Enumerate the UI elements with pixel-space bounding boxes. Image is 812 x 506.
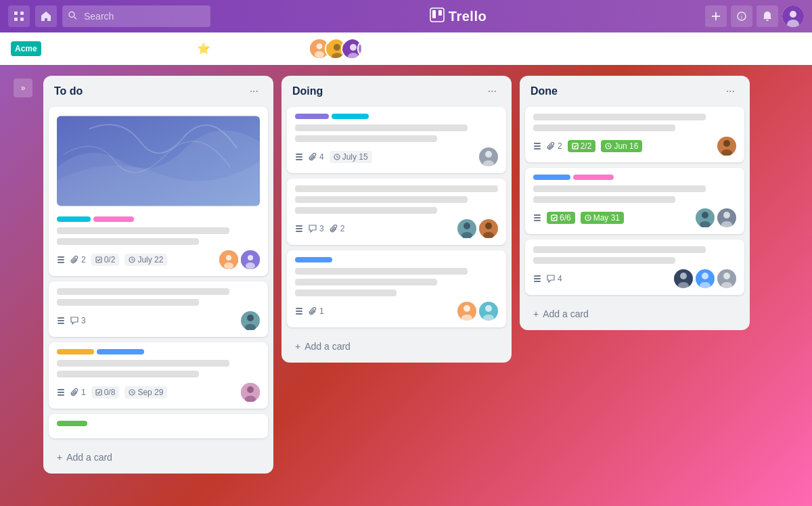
svg-rect-1: [20, 12, 24, 15]
column-header-done: Done ···: [520, 76, 750, 104]
card-meta-list8: [533, 142, 541, 150]
add-card-done[interactable]: + Add a card: [525, 303, 744, 325]
card-avatars-8: [717, 137, 736, 156]
card-text-4: [57, 299, 199, 306]
svg-rect-80: [534, 145, 541, 147]
card-meta-list5: [295, 153, 303, 161]
svg-point-35: [226, 255, 231, 260]
card-todo-2[interactable]: 3: [49, 281, 268, 337]
invite-btn[interactable]: Invite: [384, 39, 423, 58]
svg-point-105: [702, 273, 708, 279]
sub-nav: Acme Project Team Spirit ⭐ Acme, Inc. +1…: [0, 32, 812, 65]
svg-rect-63: [296, 231, 302, 232]
svg-rect-0: [14, 12, 18, 15]
svg-rect-72: [296, 313, 302, 315]
user-avatar[interactable]: [782, 5, 804, 27]
svg-rect-40: [58, 317, 64, 319]
card-meta-list6: [295, 225, 303, 233]
card-todo-4[interactable]: [49, 414, 268, 438]
plus-members-badge[interactable]: +12: [357, 38, 379, 60]
avatar-teal-7: [479, 302, 498, 321]
add-btn[interactable]: [705, 5, 727, 27]
list-icon10: [533, 275, 541, 283]
card-text-5: [57, 360, 229, 367]
column-title-doing: Doing: [292, 85, 323, 97]
card-avatars-2: [241, 311, 260, 330]
avatar-pink-3: [241, 383, 260, 402]
svg-point-68: [485, 223, 492, 229]
plus-icon-done: +: [533, 308, 539, 319]
card-meta-attach3: 1: [70, 388, 86, 397]
avatar-gray-10: [717, 269, 736, 288]
svg-rect-18: [51, 51, 59, 52]
card-labels-4: [57, 421, 260, 426]
search-input[interactable]: [62, 5, 210, 27]
star-btn[interactable]: ⭐: [194, 39, 213, 58]
home-icon-btn[interactable]: [35, 5, 57, 27]
list-icon: [57, 256, 65, 264]
svg-rect-61: [296, 225, 302, 227]
more-options-btn[interactable]: ···: [780, 39, 801, 58]
date-text-3: Sep 29: [137, 388, 163, 397]
label-blue-7: [295, 257, 332, 262]
card-avatars-6: [457, 219, 498, 238]
card-todo-1[interactable]: 2 0/2 July 22: [49, 107, 268, 276]
card-todo-3[interactable]: 1 0/8 Sep 29: [49, 342, 268, 409]
add-card-todo[interactable]: + Add a card: [49, 446, 268, 468]
date-badge-9: May 31: [581, 212, 624, 224]
sidebar-toggle-btn[interactable]: »: [14, 78, 32, 97]
svg-rect-48: [58, 394, 64, 396]
check-icon3: [95, 389, 102, 396]
column-menu-todo[interactable]: ···: [246, 84, 263, 99]
checklist-count: 0/2: [104, 255, 116, 264]
card-labels-1: [57, 216, 260, 222]
card-footer-8: 2 2/2 Jun 16: [533, 137, 736, 156]
grid-icon-btn[interactable]: [8, 5, 30, 27]
add-card-doing[interactable]: + Add a card: [287, 336, 506, 357]
card-text-16: [533, 124, 675, 131]
date-text-9: May 31: [593, 213, 620, 223]
card-text-18: [533, 196, 675, 203]
comment-count6: 3: [319, 224, 324, 233]
svg-rect-79: [534, 143, 541, 144]
plus-icon-todo: +: [57, 452, 62, 463]
search-wrapper: [62, 5, 211, 27]
card-text-2: [57, 238, 199, 245]
clock-icon9: [585, 214, 591, 221]
card-text-10: [295, 196, 468, 203]
column-doing: Doing ··· 4: [281, 76, 512, 363]
svg-rect-56: [296, 159, 302, 160]
board-menu-btn[interactable]: [47, 41, 63, 57]
attach-count8: 2: [558, 141, 562, 151]
list-icon8: [533, 142, 541, 150]
info-btn[interactable]: i: [731, 5, 752, 27]
card-doing-1[interactable]: 4 July 15: [287, 107, 506, 173]
avatar-dark-10: [674, 269, 693, 288]
card-doing-3[interactable]: 1: [287, 250, 506, 327]
card-done-2[interactable]: 6/6 May 31: [525, 168, 744, 234]
card-image: [57, 114, 260, 208]
label-blue-3: [97, 349, 144, 354]
card-doing-2[interactable]: 3 2: [287, 179, 506, 245]
comment-count10: 4: [558, 274, 562, 283]
comment-icon: [70, 317, 78, 325]
card-done-3[interactable]: 4: [525, 239, 744, 295]
list-icon7: [295, 307, 303, 315]
svg-rect-46: [58, 389, 64, 390]
card-avatars-9: [696, 208, 736, 227]
column-menu-doing[interactable]: ···: [484, 84, 501, 99]
column-menu-done[interactable]: ···: [722, 84, 739, 99]
attach-count: 2: [81, 255, 86, 264]
comment-icon6: [309, 225, 317, 233]
label-teal-5: [332, 114, 369, 119]
card-done-1[interactable]: 2 2/2 Jun 16: [525, 107, 744, 162]
comment-icon10: [547, 275, 555, 283]
check-icon: [95, 256, 102, 263]
avatar-teal-2: [241, 311, 260, 330]
avatar-orange-7: [457, 302, 476, 321]
workspace-btn[interactable]: Acme, Inc.: [230, 39, 291, 58]
column-header-doing: Doing ···: [281, 76, 512, 104]
nav-title-area: Trello: [217, 7, 700, 26]
bell-btn[interactable]: [757, 5, 778, 27]
main-area: » To do ···: [0, 65, 812, 506]
